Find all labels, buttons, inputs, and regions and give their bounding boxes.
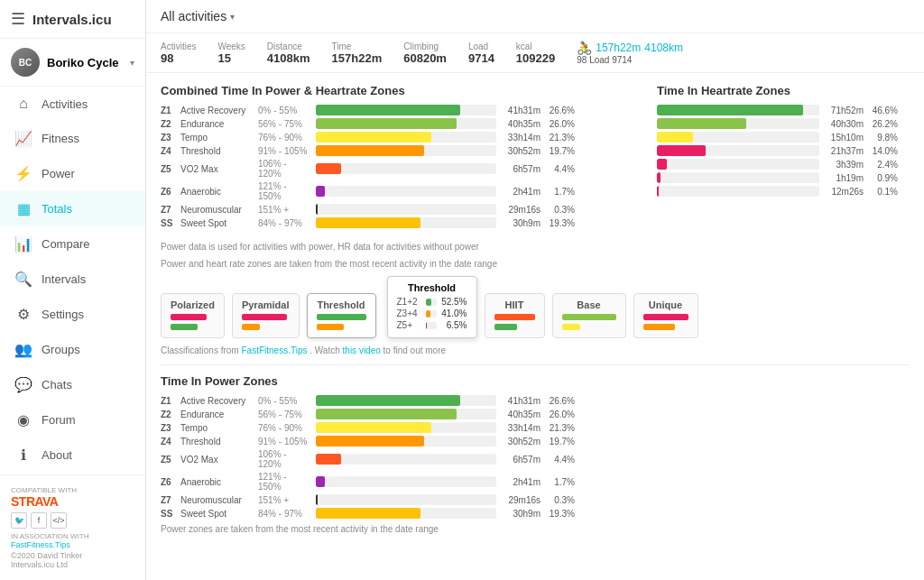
hr-zone-row: 15h10m9.8% <box>657 132 910 143</box>
sidebar-item-fitness[interactable]: 📈 Fitness <box>0 121 145 156</box>
hr-zone-pct: 2.4% <box>867 160 898 170</box>
hr-bar-container <box>657 132 819 143</box>
classification-tab-unique[interactable]: Unique <box>633 293 698 338</box>
zone-bar <box>316 508 420 519</box>
copyright: ©2020 David Tinker <box>11 551 134 560</box>
highlight-dist: 4108km <box>644 41 683 54</box>
compatible-label: COMPATIBLE WITH <box>11 486 134 494</box>
zone-bar-container <box>316 395 496 406</box>
zone-range: 151% + <box>258 205 312 215</box>
hr-zone-pct: 26.2% <box>867 119 898 129</box>
highlight-time: 157h22m <box>596 41 641 54</box>
hr-zone-time: 71h52m <box>823 106 864 115</box>
zone-bar-container <box>316 217 496 228</box>
hr-zone-time: 21h37m <box>823 146 864 156</box>
power-zone-table: Z1Active Recovery0% - 55%41h31m26.6%Z2En… <box>161 395 910 519</box>
sidebar-item-power[interactable]: ⚡ Power <box>0 156 145 191</box>
sidebar-item-totals[interactable]: ▦ Totals <box>0 191 145 226</box>
video-link[interactable]: this video <box>343 345 381 355</box>
github-icon[interactable]: </> <box>51 512 67 529</box>
hr-zone-time: 12m26s <box>823 187 864 197</box>
activities-label: Activities <box>161 41 196 51</box>
zone-range: 106% - 120% <box>258 449 312 469</box>
tab-bars <box>242 314 290 332</box>
load-label: Load <box>468 41 494 51</box>
fitness-icon: 📈 <box>14 130 32 147</box>
zone-name: Endurance <box>180 410 254 419</box>
classification-tab-base[interactable]: Base <box>552 293 626 338</box>
menu-icon[interactable]: ☰ <box>11 9 25 29</box>
zone-name: Neuromuscular <box>180 495 254 505</box>
kcal-label: kcal <box>516 41 555 51</box>
header-dropdown-icon[interactable]: ▾ <box>230 12 235 22</box>
hr-bar-container <box>657 186 819 197</box>
zone-code: Z2 <box>161 410 177 419</box>
zone-range: 56% - 75% <box>258 410 312 419</box>
classification-tab-hiit[interactable]: HIIT <box>485 293 545 338</box>
climbing-label: Climbing <box>403 41 447 51</box>
zone-range: 121% - 150% <box>258 181 312 201</box>
zone-time: 30h9m <box>500 509 541 519</box>
classification-tab-pyramidal[interactable]: Pyramidal <box>232 293 300 338</box>
zone-pct: 26.6% <box>544 396 575 406</box>
zone-range: 56% - 75% <box>258 119 312 129</box>
forum-icon: ◉ <box>14 411 32 428</box>
profile-section[interactable]: BC Boriko Cycle ▾ <box>0 39 145 87</box>
sidebar-item-forum[interactable]: ◉ Forum <box>0 402 145 437</box>
sidebar-item-settings[interactable]: ⚙ Settings <box>0 297 145 332</box>
strava-badge: STRAVA <box>11 494 134 509</box>
classification-tab-polarized[interactable]: Polarized <box>161 293 225 338</box>
sidebar-item-intervals[interactable]: 🔍 Intervals <box>0 262 145 297</box>
highlight-group: 🚴 157h22m 4108km 98 Load 9714 <box>577 41 683 65</box>
twitter-icon[interactable]: 🐦 <box>11 512 27 529</box>
tab-bars <box>643 314 688 332</box>
hr-bar <box>657 132 693 143</box>
zone-pct: 0.3% <box>544 205 575 215</box>
sidebar-item-groups[interactable]: 👥 Groups <box>0 332 145 367</box>
zone-range: 151% + <box>258 495 312 505</box>
tooltip-bar-wrap <box>426 299 437 306</box>
zone-bar <box>316 476 325 487</box>
tab-mini-bar <box>494 314 535 320</box>
classification-tab-threshold[interactable]: Threshold <box>307 293 376 338</box>
highlight-count: 98 <box>577 55 587 65</box>
hr-zone-pct: 0.9% <box>867 173 898 183</box>
hr-zone-row: 3h39m2.4% <box>657 159 910 170</box>
tooltip-pct: 41.0% <box>440 308 467 318</box>
association-label: IN ASSOCIATION WITH <box>11 532 134 540</box>
sidebar-item-chats[interactable]: 💬 Chats <box>0 367 145 402</box>
zone-bar <box>316 409 457 419</box>
zone-pct: 19.7% <box>544 146 575 156</box>
bike-icon: 🚴 <box>577 41 592 55</box>
zone-code: Z5 <box>161 455 177 465</box>
note-mid: . Watch <box>310 345 342 355</box>
hr-zone-row: 71h52m46.6% <box>657 105 910 115</box>
zone-pct: 19.7% <box>544 437 575 447</box>
sidebar-item-label: Settings <box>42 308 84 321</box>
sidebar-item-activities[interactable]: ⌂ Activities <box>0 87 145 121</box>
hr-zone-time: 40h30m <box>823 119 864 129</box>
zone-pct: 0.3% <box>544 495 575 505</box>
combined-zone-table: Z1Active Recovery0% - 55%41h31m26.6%Z2En… <box>161 105 642 228</box>
sidebar-item-compare[interactable]: 📊 Compare <box>0 226 145 262</box>
hr-zone-pct: 14.0% <box>867 146 898 156</box>
zone-bar-container <box>316 409 496 419</box>
header-title[interactable]: All activities <box>161 9 226 23</box>
tab-title: HIIT <box>494 299 535 310</box>
main-header: All activities ▾ <box>146 0 924 33</box>
zone-bar-container <box>316 508 496 519</box>
zone-row: Z1Active Recovery0% - 55%41h31m26.6% <box>161 105 642 115</box>
tooltip-row: Z3+441.0% <box>397 308 467 318</box>
classification-tabs: PolarizedPyramidalThresholdThresholdZ1+2… <box>161 276 910 338</box>
zone-bar-container <box>316 204 496 215</box>
facebook-icon[interactable]: f <box>31 512 47 529</box>
sidebar-item-about[interactable]: ℹ About <box>0 437 145 473</box>
zone-bar <box>316 105 460 115</box>
tab-mini-bar <box>171 324 198 330</box>
power-note: Power zones are taken from the most rece… <box>161 524 910 534</box>
tooltip-row: Z5+6.5% <box>397 320 467 330</box>
compare-icon: 📊 <box>14 235 32 253</box>
fastfitness-link[interactable]: FastFitness.Tips <box>241 345 307 355</box>
zone-pct: 26.0% <box>544 119 575 129</box>
zone-code: Z3 <box>161 133 177 143</box>
